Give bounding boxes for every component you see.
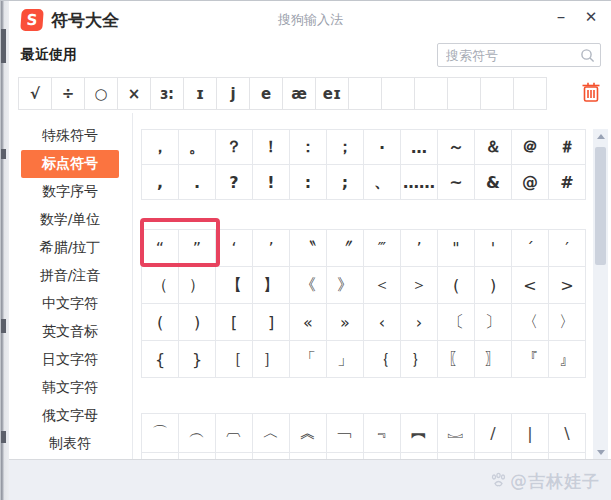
symbol-cell[interactable]: 》 [326, 266, 364, 304]
recent-symbol-cell[interactable]: e [249, 77, 283, 110]
search-box[interactable] [437, 43, 601, 67]
symbol-cell[interactable]: 】 [252, 266, 290, 304]
scrollbar-thumb[interactable] [595, 147, 606, 265]
symbol-cell[interactable]: ﹂ [326, 452, 364, 459]
symbol-cell[interactable]: ︶ [141, 452, 179, 459]
symbol-cell[interactable]: ︻ [400, 413, 438, 453]
symbol-cell[interactable]: & [474, 164, 512, 200]
search-input[interactable] [438, 44, 576, 66]
symbol-cell[interactable]: 〉 [548, 303, 586, 341]
symbol-cell[interactable]: ´ [511, 229, 549, 267]
symbol-cell[interactable]: ︿ [252, 413, 290, 453]
symbol-cell[interactable]: 〗 [474, 340, 512, 378]
scroll-up-icon[interactable] [593, 129, 608, 144]
symbol-cell[interactable]: ′ [548, 229, 586, 267]
symbol-cell[interactable]: ＃ [548, 129, 586, 165]
symbol-cell[interactable]: ︽ [289, 413, 327, 453]
symbol-cell[interactable]: 、 [363, 164, 401, 200]
recent-symbol-cell[interactable]: ○ [84, 77, 118, 110]
symbol-cell[interactable]: 〝 [289, 229, 327, 267]
sidebar-item-category[interactable]: 拼音/注音 [21, 262, 119, 290]
symbol-cell[interactable]: ( [141, 303, 179, 341]
symbol-cell[interactable]: ; [326, 164, 364, 200]
symbol-cell[interactable]: 」 [326, 340, 364, 378]
recent-symbol-cell[interactable]: ɪ [183, 77, 217, 110]
symbol-cell[interactable]: ? [215, 164, 253, 200]
symbol-cell[interactable]: ︹ [215, 413, 253, 453]
symbol-cell[interactable]: ？ [215, 129, 253, 165]
minimize-button[interactable]: – [550, 5, 572, 29]
symbol-cell[interactable]: ︺ [215, 452, 253, 459]
symbol-cell[interactable]: 「 [289, 340, 327, 378]
sidebar-item-category[interactable]: 日文字符 [21, 346, 119, 374]
sidebar-item-category[interactable]: 希腊/拉丁 [21, 234, 119, 262]
symbol-cell[interactable]: } [178, 340, 216, 378]
sidebar-item-category[interactable]: 特殊符号 [21, 122, 119, 150]
symbol-cell[interactable]: » [326, 303, 364, 341]
symbol-cell[interactable]: ︗ [437, 413, 475, 453]
symbol-cell[interactable]: ( [437, 266, 475, 304]
symbol-cell[interactable]: | [511, 413, 549, 453]
symbol-cell[interactable]: ＠ [511, 129, 549, 165]
symbol-cell[interactable]: ︵ [178, 413, 216, 453]
symbol-cell[interactable]: ； [326, 129, 364, 165]
recent-symbol-cell[interactable]: × [117, 77, 151, 110]
symbol-cell[interactable]: … [400, 129, 438, 165]
symbol-cell[interactable]: ｛ [363, 340, 401, 378]
symbol-cell[interactable]: ～ [437, 129, 475, 165]
symbol-cell[interactable]: ! [252, 164, 290, 200]
symbol-cell[interactable]: ﹄ [363, 452, 401, 459]
symbol-cell[interactable]: 〔 [437, 303, 475, 341]
symbol-cell[interactable]: [ [215, 303, 253, 341]
sidebar-item-category[interactable]: 制表符 [21, 430, 119, 458]
symbol-cell[interactable]: ︼ [400, 452, 438, 459]
sidebar-item-category[interactable]: 俄文字母 [21, 402, 119, 430]
symbol-cell[interactable]: 【 [215, 266, 253, 304]
symbol-cell[interactable]: 』 [548, 340, 586, 378]
symbol-cell[interactable]: \ [548, 413, 586, 453]
symbol-cell[interactable]: ， [141, 129, 179, 165]
symbol-cell[interactable]: 。 [178, 129, 216, 165]
symbol-cell[interactable]: ［ [215, 340, 253, 378]
symbol-cell[interactable]: （ [141, 266, 179, 304]
symbol-cell[interactable]: > [548, 266, 586, 304]
symbol-cell[interactable]: ﹀ [252, 452, 290, 459]
symbol-cell[interactable]: ︾ [289, 452, 327, 459]
symbol-cell[interactable]: · [363, 129, 401, 165]
clear-recent-button[interactable] [581, 81, 601, 103]
recent-symbol-cell[interactable]: ɜ: [150, 77, 184, 110]
symbol-cell[interactable]: “ [141, 229, 179, 267]
symbol-cell[interactable]: , [141, 164, 179, 200]
symbol-cell[interactable]: ” [178, 229, 216, 267]
symbol-cell[interactable]: ﹃ [363, 413, 401, 453]
sidebar-item-active[interactable]: 标点符号 [21, 150, 119, 178]
symbol-cell[interactable]: ＆ [474, 129, 512, 165]
symbol-cell[interactable]: ‘ [215, 229, 253, 267]
symbol-cell[interactable]: / [474, 413, 512, 453]
symbol-cell[interactable]: …… [400, 164, 438, 200]
symbol-cell[interactable]: ＞ [400, 266, 438, 304]
symbol-cell[interactable]: ⌒ [141, 413, 179, 453]
symbol-cell[interactable]: ' [474, 229, 512, 267]
recent-symbol-cell[interactable]: eɪ [315, 77, 349, 110]
close-button[interactable]: ✕ [580, 5, 602, 29]
symbol-cell[interactable]: 『 [511, 340, 549, 378]
symbol-cell[interactable]: \ [548, 452, 586, 459]
symbol-cell[interactable]: ﹁ [326, 413, 364, 453]
sidebar-item-category[interactable]: 中文字符 [21, 290, 119, 318]
recent-symbol-cell[interactable]: æ [282, 77, 316, 110]
grid-scrollbar[interactable] [593, 129, 608, 459]
symbol-cell[interactable]: ’ [400, 229, 438, 267]
symbol-cell[interactable]: 〞 [326, 229, 364, 267]
symbol-cell[interactable]: . [178, 164, 216, 200]
symbol-cell[interactable]: ］ [252, 340, 290, 378]
symbol-cell[interactable]: : [289, 164, 327, 200]
symbol-cell[interactable]: # [548, 164, 586, 200]
symbol-cell[interactable]: ＜ [363, 266, 401, 304]
symbol-cell[interactable]: ‴ [363, 229, 401, 267]
recent-symbol-cell[interactable]: ÷ [51, 77, 85, 110]
sidebar-item-category[interactable]: 英文音标 [21, 318, 119, 346]
symbol-cell[interactable]: ] [252, 303, 290, 341]
symbol-cell[interactable]: 〖 [437, 340, 475, 378]
symbol-cell[interactable]: ： [289, 129, 327, 165]
